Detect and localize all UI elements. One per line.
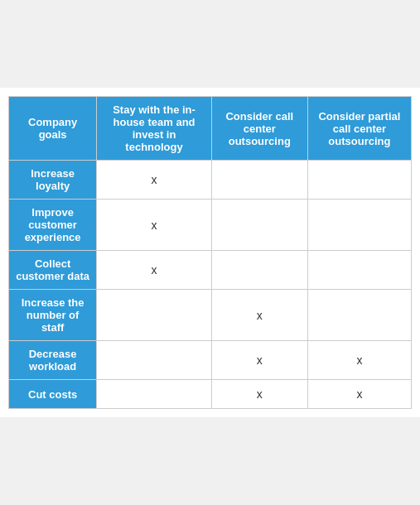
goal-cell-1: Improve customer experience xyxy=(9,200,97,251)
comparison-table: Company goals Stay with the in-house tea… xyxy=(8,96,412,409)
value-cell-0-1 xyxy=(211,161,307,200)
x-mark: x xyxy=(356,387,362,401)
value-cell-3-0 xyxy=(97,290,212,341)
value-cell-1-2 xyxy=(307,200,411,251)
value-cell-4-0 xyxy=(97,341,212,380)
value-cell-3-2 xyxy=(307,290,411,341)
value-cell-4-2: x xyxy=(307,341,411,380)
goal-cell-5: Cut costs xyxy=(9,380,97,409)
value-cell-2-1 xyxy=(211,251,307,290)
x-mark: x xyxy=(257,387,263,401)
value-cell-2-0: x xyxy=(97,251,212,290)
value-cell-0-2 xyxy=(307,161,411,200)
header-company-goals: Company goals xyxy=(9,97,97,161)
x-mark: x xyxy=(152,173,157,186)
x-mark: x xyxy=(257,309,263,322)
goal-cell-3: Increase the number of staff xyxy=(9,290,97,341)
value-cell-5-2: x xyxy=(307,380,411,409)
goal-cell-0: Increase loyalty xyxy=(9,161,97,200)
value-cell-5-0 xyxy=(97,380,212,409)
x-mark: x xyxy=(257,354,263,367)
x-mark: x xyxy=(152,263,157,277)
header-inhouse: Stay with the in-house team and invest i… xyxy=(97,97,212,161)
value-cell-5-1: x xyxy=(211,380,307,409)
header-call-center: Consider call center outsourcing xyxy=(211,97,307,161)
value-cell-3-1: x xyxy=(211,290,307,341)
goal-cell-2: Collect customer data xyxy=(9,251,97,290)
value-cell-0-0: x xyxy=(97,161,212,200)
x-mark: x xyxy=(356,354,362,367)
value-cell-4-1: x xyxy=(211,341,307,380)
header-partial-call-center: Consider partial call center outsourcing xyxy=(307,97,411,161)
x-mark: x xyxy=(152,219,157,232)
value-cell-1-1 xyxy=(211,200,307,251)
value-cell-1-0: x xyxy=(97,200,212,251)
goal-cell-4: Decrease workload xyxy=(9,341,97,380)
table-container: Company goals Stay with the in-house tea… xyxy=(0,88,420,417)
value-cell-2-2 xyxy=(307,251,411,290)
